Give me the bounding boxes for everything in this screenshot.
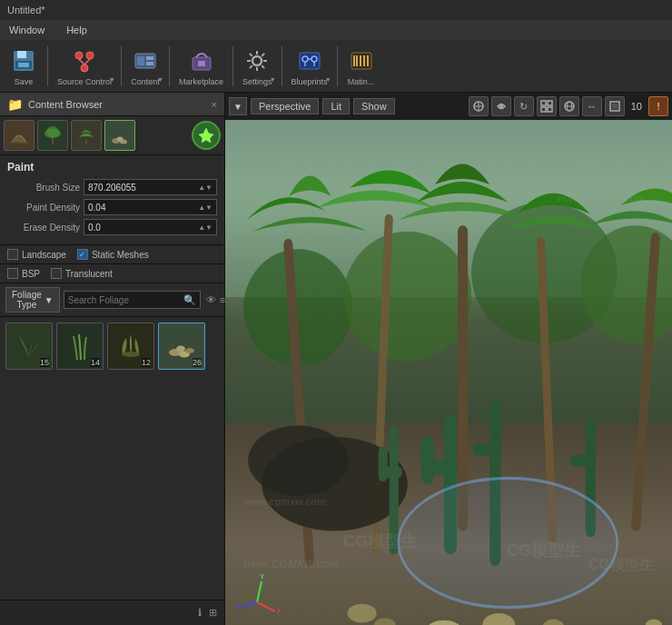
vp-tool-2[interactable]	[491, 96, 511, 116]
svg-point-84	[426, 620, 462, 625]
source-control-icon	[70, 46, 99, 75]
asset-icon-4[interactable]	[104, 120, 135, 151]
content-browser-close[interactable]: ×	[212, 99, 217, 110]
paint-density-label: Paint Density	[7, 203, 80, 213]
content-area: 📁 Content Browser ×	[0, 93, 672, 625]
matinee-label: Matin...	[348, 77, 375, 86]
svg-rect-69	[473, 443, 502, 456]
content-button[interactable]: Content ▼	[125, 43, 165, 90]
static-meshes-checkbox[interactable]: ✓	[77, 249, 88, 260]
brush-size-input[interactable]: 870.206055 ▲▼	[84, 179, 217, 195]
content-arrow: ▼	[157, 76, 163, 83]
foliage-search-icon[interactable]: 🔍	[183, 294, 196, 306]
svg-point-76	[482, 613, 515, 625]
svg-point-36	[122, 352, 140, 357]
viewport-arrow-btn[interactable]: ▼	[229, 97, 247, 115]
vp-tool-warning[interactable]: !	[648, 96, 668, 116]
show-button[interactable]: Show	[353, 98, 395, 114]
svg-rect-45	[541, 101, 546, 105]
vp-tool-globe[interactable]	[559, 96, 579, 116]
info-icon[interactable]: ℹ	[198, 607, 202, 619]
foliage-thumb-4[interactable]: 26	[158, 322, 205, 370]
viewport[interactable]: ▼ Perspective Lit Show ↻ ↔	[225, 93, 672, 625]
svg-point-88	[348, 604, 377, 623]
svg-rect-53	[612, 104, 618, 109]
bsp-checkbox-item: BSP	[7, 268, 40, 279]
matinee-icon	[347, 46, 376, 75]
toolbar-sep-5	[282, 46, 282, 86]
foliage-thumb-4-count: 26	[193, 358, 202, 367]
erase-density-label: Erase Density	[7, 223, 80, 233]
marketplace-label: Marketplace	[179, 77, 223, 86]
lit-button[interactable]: Lit	[322, 98, 350, 114]
foliage-thumb-3[interactable]: 12	[107, 322, 154, 370]
svg-point-40	[176, 346, 185, 352]
svg-line-8	[84, 59, 90, 64]
landscape-checkbox[interactable]	[7, 249, 18, 260]
svg-line-7	[79, 59, 84, 64]
foliage-type-arrow: ▼	[44, 295, 54, 305]
toolbar-sep-2	[121, 46, 122, 86]
content-browser-title: Content Browser	[28, 99, 103, 110]
svg-point-75	[399, 478, 618, 607]
svg-text:Z: Z	[236, 602, 241, 610]
toolbar-sep-3	[169, 46, 170, 86]
translucent-checkbox[interactable]	[51, 268, 62, 279]
foliage-type-button[interactable]: Foliage Type ▼	[5, 287, 60, 312]
svg-point-44	[499, 104, 503, 108]
menu-bar: Window Help	[0, 20, 672, 40]
viewport-scene: www.CGMXW.com CG模型生 CG模型生 CG模型生 www.cgmx…	[225, 120, 672, 625]
expand-icon[interactable]: ⊞	[209, 607, 217, 619]
asset-icon-1[interactable]	[4, 120, 35, 151]
main-toolbar: Save Source Control ▼ Content	[0, 40, 672, 93]
asset-icon-3[interactable]	[71, 120, 102, 151]
svg-line-92	[257, 581, 262, 602]
paint-density-input[interactable]: 0.04 ▲▼	[84, 199, 217, 215]
save-button[interactable]: Save	[4, 43, 44, 90]
source-control-button[interactable]: Source Control ▼	[52, 43, 117, 90]
viewport-grid-num: 10	[628, 101, 646, 112]
svg-point-6	[81, 64, 88, 72]
content-browser-icon: 📁	[7, 97, 23, 112]
paint-section: Paint Brush Size 870.206055 ▲▼ Paint Den…	[0, 155, 224, 245]
matinee-button[interactable]: Matin...	[341, 43, 381, 90]
vp-tool-4[interactable]	[537, 96, 557, 116]
bsp-checkbox[interactable]	[7, 268, 18, 279]
vp-tool-3[interactable]: ↻	[514, 96, 534, 116]
vp-tool-5[interactable]: ↔	[582, 96, 602, 116]
foliage-thumb-2-count: 14	[91, 358, 100, 367]
vp-tool-1[interactable]	[469, 96, 489, 116]
static-meshes-label: Static Meshes	[92, 250, 149, 260]
marketplace-button[interactable]: Marketplace	[173, 43, 229, 90]
svg-rect-48	[548, 107, 552, 112]
blueprints-arrow: ▼	[325, 76, 331, 83]
svg-rect-72	[379, 446, 388, 481]
svg-point-15	[252, 56, 262, 65]
foliage-type-label: Foliage Type	[12, 290, 42, 310]
eye-button[interactable]: 👁	[206, 294, 216, 305]
blueprints-button[interactable]: Blueprints ▼	[286, 43, 333, 90]
menu-window[interactable]: Window	[4, 23, 50, 37]
settings-arrow: ▼	[270, 76, 276, 83]
menu-help[interactable]: Help	[61, 23, 93, 37]
foliage-thumb-1[interactable]: 15	[5, 322, 53, 370]
svg-point-34	[117, 137, 124, 142]
foliage-thumb-2[interactable]: 14	[56, 322, 104, 370]
vp-tool-6[interactable]	[605, 96, 625, 116]
paint-mode-button[interactable]	[192, 121, 221, 150]
translucent-checkbox-item: Translucent	[51, 268, 113, 279]
brush-size-label: Brush Size	[7, 183, 80, 193]
toolbar-sep-4	[232, 46, 233, 86]
settings-button[interactable]: Settings ▼	[237, 43, 278, 90]
foliage-search-wrap: 🔍	[64, 291, 201, 309]
foliage-thumb-3-count: 12	[142, 358, 151, 367]
svg-rect-12	[146, 62, 153, 65]
left-panel: 📁 Content Browser ×	[0, 93, 225, 625]
asset-icons-row	[0, 116, 224, 155]
svg-point-89	[374, 618, 396, 625]
perspective-button[interactable]: Perspective	[251, 98, 319, 114]
foliage-search-input[interactable]	[68, 295, 183, 305]
erase-density-input[interactable]: 0.0 ▲▼	[84, 219, 217, 235]
title-bar: Untitled*	[0, 0, 672, 20]
asset-icon-2[interactable]	[37, 120, 68, 151]
